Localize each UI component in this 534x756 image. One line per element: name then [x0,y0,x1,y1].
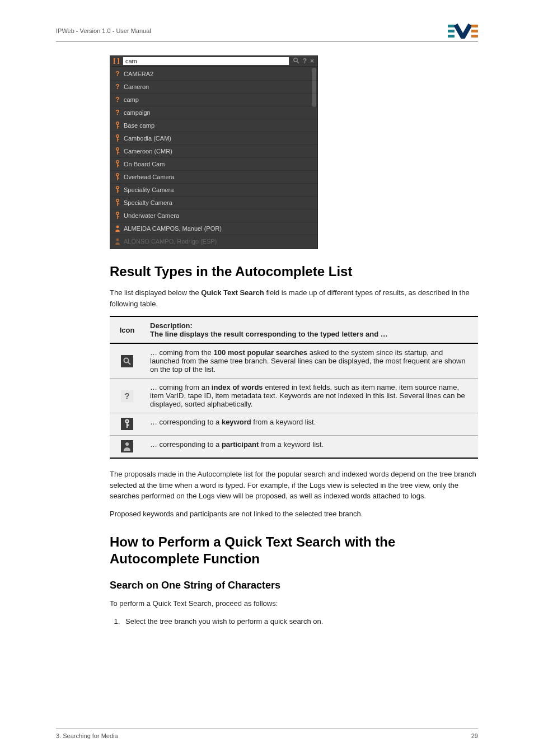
doc-footer: 3. Searching for Media 29 [56,729,478,739]
table-row: ? … coming from an index of words entere… [110,379,478,413]
table-cell: … coming from an index of words entered … [144,379,478,413]
autocomplete-panel: ? × ? CAMERA2 ? Cameron ? camp ? campaig… [110,55,318,249]
list-item[interactable]: ? camp [110,94,317,106]
svg-rect-0 [448,25,455,27]
list-item[interactable]: Cambodia (CAM) [110,132,317,145]
table-cell: … coming from the 100 most popular searc… [144,343,478,379]
svg-line-35 [128,362,130,364]
index-icon: ? [114,70,121,78]
keyword-icon [114,199,121,207]
keyword-icon [114,147,121,155]
svg-line-7 [297,62,298,63]
participant-icon [114,225,121,232]
list-item[interactable]: ? campaign [110,106,317,119]
paragraph: Proposed keywords and participants are n… [110,508,478,520]
table-cell: … corresponding to a participant from a … [144,436,478,459]
footer-page: 29 [471,732,478,739]
keyword-icon [114,186,121,194]
table-row: … corresponding to a keyword from a keyw… [110,413,478,436]
question-icon: ? [121,390,133,402]
svg-point-14 [116,148,119,150]
list-item[interactable]: ? CAMERA2 [110,68,317,81]
svg-point-33 [116,239,119,241]
svg-point-23 [116,186,119,189]
svg-point-39 [125,442,129,446]
svg-point-32 [116,226,119,228]
svg-rect-1 [448,30,455,32]
index-icon: ? [114,83,121,91]
index-icon: ? [114,96,121,104]
svg-point-29 [116,212,119,214]
close-icon[interactable]: × [310,57,314,65]
doc-header: IPWeb - Version 1.0 - User Manual [56,22,478,42]
th-description: Description: The line displays the resul… [144,316,478,343]
svg-point-36 [125,419,128,422]
steps-list: Select the tree branch you wish to perfo… [110,616,478,627]
list-item[interactable]: Overhead Camera [110,171,317,184]
list-item[interactable]: Underwater Camera [110,209,317,222]
magnifier-icon[interactable] [293,57,299,65]
list-item[interactable]: Speciality Camera [110,184,317,197]
keyword-icon [114,160,121,168]
bracket-icon [110,56,123,66]
svg-rect-5 [471,35,478,38]
paragraph: The proposals made in the Autocomplete l… [110,469,478,502]
index-icon: ? [114,109,121,116]
svg-point-34 [124,358,129,362]
doc-title: IPWeb - Version 1.0 - User Manual [56,27,151,34]
keyword-icon [114,134,121,142]
participant-icon [121,440,133,452]
list-item[interactable]: Cameroon (CMR) [110,145,317,158]
list-item[interactable]: ALMEIDA CAMPOS, Manuel (POR) [110,222,317,235]
section-heading: Result Types in the Autocomplete List [110,264,478,279]
search-input[interactable] [123,57,289,65]
keyword-icon [114,122,121,129]
table-row: … corresponding to a participant from a … [110,436,478,459]
list-item[interactable]: Specialty Camera [110,197,317,209]
paragraph: To perform a Quick Text Search, proceed … [110,598,478,609]
keyword-icon [114,212,121,220]
svg-rect-2 [448,35,455,38]
autocomplete-list: ? CAMERA2 ? Cameron ? camp ? campaign Ba… [110,67,317,249]
list-item[interactable]: On Board Cam [110,158,317,171]
svg-point-8 [116,122,119,124]
keyword-icon [121,418,133,430]
evs-logo [448,22,478,39]
list-item[interactable]: Base camp [110,119,317,132]
svg-point-17 [116,161,119,163]
svg-rect-3 [471,25,478,27]
svg-rect-4 [471,30,478,32]
th-icon: Icon [110,316,144,343]
participant-icon [114,237,121,245]
intro-paragraph: The list displayed below the Quick Text … [110,287,478,309]
step-item: Select the tree branch you wish to perfo… [122,616,478,627]
svg-point-26 [116,199,119,202]
svg-point-11 [116,135,119,137]
footer-chapter: 3. Searching for Media [56,732,118,739]
magnifier-icon [121,355,133,367]
table-cell: … corresponding to a keyword from a keyw… [144,413,478,436]
search-bar: ? × [110,56,317,67]
list-item[interactable]: ALONSO CAMPO, Rodrigo (ESP) [110,235,317,248]
table-row: … coming from the 100 most popular searc… [110,343,478,379]
content: Result Types in the Autocomplete List Th… [110,264,478,627]
subsection-heading: Search on One String of Characters [110,580,478,591]
section-heading: How to Perform a Quick Text Search with … [110,534,478,567]
keyword-icon [114,173,121,181]
help-icon[interactable]: ? [303,57,307,65]
list-item[interactable]: ? Cameron [110,81,317,94]
svg-point-20 [116,174,119,176]
svg-point-6 [293,58,297,62]
result-types-table: Icon Description: The line displays the … [110,316,478,459]
